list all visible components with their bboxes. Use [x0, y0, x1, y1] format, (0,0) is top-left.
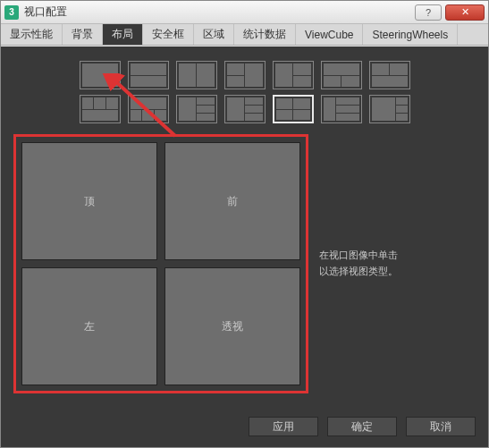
tab-safeframe[interactable]: 安全框 [143, 24, 194, 45]
layout-opt-2[interactable] [128, 61, 169, 89]
tab-performance[interactable]: 显示性能 [1, 24, 63, 45]
viewport-front[interactable]: 前 [164, 142, 300, 260]
hint-text: 在视口图像中单击 以选择视图类型。 [319, 134, 476, 393]
preview-area: 顶 前 左 透视 在视口图像中单击 以选择视图类型。 [13, 134, 476, 393]
help-button[interactable]: ? [415, 4, 442, 21]
layout-opt-6[interactable] [321, 61, 362, 89]
layout-opt-13[interactable] [321, 95, 362, 123]
layout-opt-11[interactable] [224, 95, 266, 123]
viewport-perspective[interactable]: 透视 [164, 267, 300, 385]
layout-opt-14[interactable] [369, 95, 410, 123]
window-controls: ? ✕ [415, 4, 485, 21]
tab-viewcube[interactable]: ViewCube [296, 24, 363, 45]
apply-button[interactable]: 应用 [249, 417, 318, 436]
tab-bar: 显示性能 背景 布局 安全框 区域 统计数据 ViewCube Steering… [1, 24, 488, 46]
hint-line-2: 以选择视图类型。 [319, 264, 476, 280]
layout-opt-10[interactable] [176, 95, 217, 123]
layout-opt-9[interactable] [128, 95, 169, 123]
close-icon: ✕ [461, 6, 469, 18]
layout-opt-3[interactable] [176, 61, 217, 89]
layout-opt-8[interactable] [80, 95, 121, 123]
layout-preview: 顶 前 左 透视 [13, 134, 308, 393]
dialog-window: 3 视口配置 ? ✕ 显示性能 背景 布局 安全框 区域 统计数据 ViewCu… [0, 0, 489, 448]
tab-regions[interactable]: 区域 [194, 24, 234, 45]
ok-button[interactable]: 确定 [327, 417, 397, 436]
viewport-top[interactable]: 顶 [21, 142, 157, 260]
content-area: 顶 前 左 透视 在视口图像中单击 以选择视图类型。 应用 确定 取消 [1, 46, 488, 447]
tab-background[interactable]: 背景 [63, 24, 103, 45]
viewport-left[interactable]: 左 [21, 267, 157, 385]
tab-statistics[interactable]: 统计数据 [234, 24, 296, 45]
titlebar: 3 视口配置 ? ✕ [1, 1, 488, 24]
close-button[interactable]: ✕ [445, 4, 485, 21]
window-title: 视口配置 [24, 4, 415, 20]
layout-options [13, 61, 476, 123]
layout-opt-1[interactable] [80, 61, 121, 89]
layout-opt-7[interactable] [369, 61, 410, 89]
layout-opt-4[interactable] [224, 61, 266, 89]
layout-opt-12-selected[interactable] [273, 95, 314, 123]
layout-row-1 [80, 61, 410, 89]
hint-line-1: 在视口图像中单击 [319, 248, 476, 264]
layout-opt-5[interactable] [273, 61, 314, 89]
help-icon: ? [426, 7, 431, 18]
layout-row-2 [80, 95, 410, 123]
app-icon: 3 [4, 5, 19, 20]
tab-layout[interactable]: 布局 [103, 24, 143, 45]
button-row: 应用 确定 取消 [249, 417, 476, 436]
tab-steeringwheels[interactable]: SteeringWheels [363, 24, 458, 45]
cancel-button[interactable]: 取消 [406, 417, 476, 436]
